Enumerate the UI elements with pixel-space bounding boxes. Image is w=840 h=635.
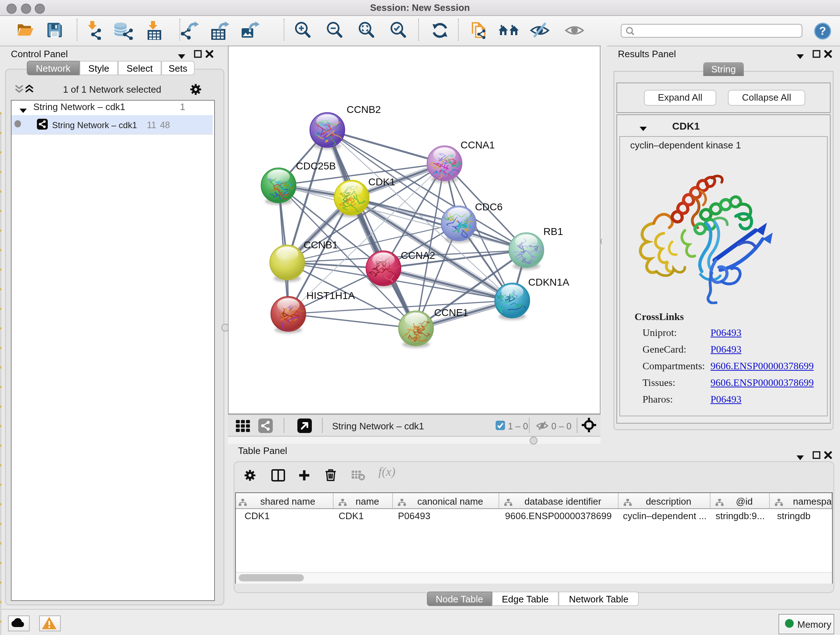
svg-text:CCNB1: CCNB1: [303, 239, 338, 250]
svg-text:CCNB2: CCNB2: [347, 104, 381, 115]
svg-text:RB1: RB1: [543, 226, 563, 237]
svg-text:?: ?: [819, 25, 826, 37]
svg-text:CCNA2: CCNA2: [401, 250, 435, 261]
svg-text:CDC25B: CDC25B: [296, 160, 336, 172]
svg-text:CCNE1: CCNE1: [434, 307, 469, 318]
svg-text:CCNA1: CCNA1: [461, 139, 495, 150]
svg-text:CDK1: CDK1: [368, 176, 395, 187]
svg-text:CDKN1A: CDKN1A: [528, 277, 569, 288]
svg-text:HIST1H1A: HIST1H1A: [306, 290, 355, 301]
svg-text:CDC6: CDC6: [475, 201, 502, 212]
